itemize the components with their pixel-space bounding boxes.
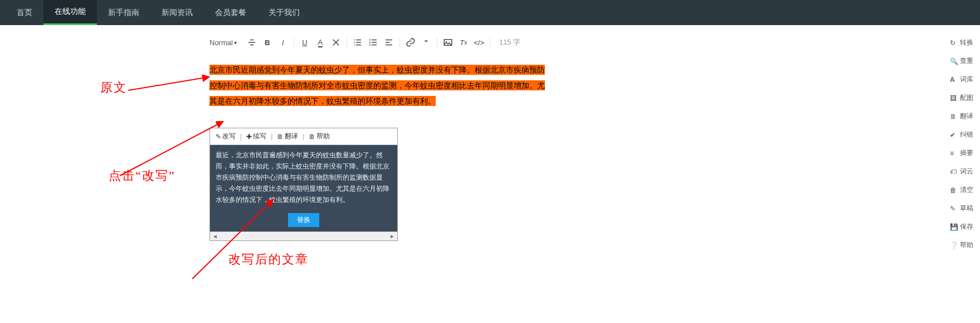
- plus-icon: ✚: [246, 133, 252, 141]
- font-icon: A: [950, 76, 958, 84]
- nav-online-features[interactable]: 在线功能: [43, 0, 97, 25]
- style-select-label: Normal: [209, 38, 233, 47]
- popup-help-label: 帮助: [316, 132, 330, 141]
- caret-icon: ▾: [234, 40, 237, 46]
- top-nav: 首页 在线功能 新手指南 新闻资讯 会员套餐 关于我们: [0, 0, 980, 25]
- help-icon: 🗎: [309, 133, 315, 141]
- nav-news[interactable]: 新闻资讯: [150, 0, 204, 25]
- popup-continue-label: 续写: [253, 132, 266, 141]
- sidebar-item-wordcloud[interactable]: 🏷词云: [947, 166, 980, 177]
- sidebar-item-save[interactable]: 💾保存: [947, 221, 980, 233]
- sidebar-label: 查重: [960, 56, 973, 66]
- sidebar-item-clear[interactable]: 🗑清空: [947, 184, 980, 196]
- clear-format-icon[interactable]: [331, 37, 341, 47]
- font-color-icon[interactable]: A: [315, 37, 325, 47]
- check-icon: ✔: [950, 131, 958, 139]
- italic-icon[interactable]: I: [278, 37, 288, 47]
- sidebar-label: 配图: [960, 93, 973, 103]
- question-icon: ❔: [950, 242, 958, 249]
- sidebar-label: 清空: [960, 185, 973, 195]
- svg-point-0: [369, 39, 370, 40]
- sidebar-label: 翻译: [960, 112, 973, 121]
- nav-home[interactable]: 首页: [6, 0, 43, 25]
- code-icon[interactable]: </>: [474, 37, 484, 47]
- sidebar-label: 纠错: [960, 130, 973, 139]
- svg-line-6: [120, 122, 223, 176]
- sidebar-item-help[interactable]: ❔帮助: [947, 239, 980, 251]
- unordered-list-icon[interactable]: [368, 37, 378, 47]
- sidebar-item-image[interactable]: 🖼配图: [947, 92, 980, 104]
- annotation-original: 原文: [100, 79, 127, 96]
- style-select[interactable]: Normal ▾: [209, 38, 237, 47]
- separator: [490, 38, 490, 47]
- convert-icon: ↻: [950, 39, 958, 47]
- nav-guide[interactable]: 新手指南: [97, 0, 150, 25]
- sidebar-label: 草稿: [960, 204, 973, 213]
- sidebar-label: 摘要: [960, 148, 973, 158]
- image-icon[interactable]: [443, 37, 453, 47]
- quote-icon[interactable]: ": [421, 37, 431, 47]
- original-text-block[interactable]: 北京市民近期感觉到今年夏天的蚊虫少了，但事实上，蚊虫密度并没有下降。根据北京市疾…: [209, 62, 547, 109]
- popup-translate-button[interactable]: 🗎 翻译: [275, 131, 300, 142]
- scroll-right-icon[interactable]: ►: [389, 233, 395, 239]
- separator: |: [271, 133, 272, 141]
- link-icon[interactable]: [406, 37, 416, 47]
- arrow-2: [117, 117, 228, 179]
- draft-icon: ✎: [950, 205, 958, 213]
- popup-continue-button[interactable]: ✚ 续写: [244, 131, 269, 142]
- picture-icon: 🖼: [950, 94, 958, 102]
- clear-icon[interactable]: Tx: [459, 37, 469, 47]
- separator: [347, 38, 347, 47]
- popup-help-button[interactable]: 🗎 帮助: [306, 131, 332, 142]
- bold-icon[interactable]: B: [262, 37, 272, 47]
- sidebar-label: 保存: [960, 222, 973, 232]
- sidebar-item-summary[interactable]: ≡摘要: [947, 147, 980, 159]
- save-icon: 💾: [950, 223, 958, 231]
- search-icon: 🔍: [950, 57, 958, 65]
- arrow-3: [189, 195, 279, 285]
- popup-toolbar: ✎ 改写 | ✚ 续写 | 🗎 翻译 | 🗎 帮助: [210, 128, 397, 145]
- sidebar-item-translate[interactable]: 🗎翻译: [947, 110, 980, 122]
- separator: [437, 38, 437, 47]
- separator: [399, 38, 400, 47]
- sidebar-item-checkdup[interactable]: 🔍查重: [947, 55, 980, 67]
- sidebar-label: 词库: [960, 75, 973, 84]
- sidebar-item-thesaurus[interactable]: A词库: [947, 74, 980, 85]
- ordered-list-icon[interactable]: [353, 37, 363, 47]
- lines-icon: ≡: [950, 150, 958, 157]
- nav-membership[interactable]: 会员套餐: [204, 0, 257, 25]
- replace-button[interactable]: 替换: [288, 213, 319, 227]
- sidebar-item-draft[interactable]: ✎草稿: [947, 203, 980, 214]
- separator: |: [240, 133, 242, 141]
- editor-toolbar: Normal ▾ B I U A " Tx </> 115 字: [209, 35, 549, 50]
- svg-point-2: [369, 44, 370, 45]
- right-sidebar: ↻转换 🔍查重 A词库 🖼配图 🗎翻译 ✔纠错 ≡摘要 🏷词云 🗑清空 ✎草稿 …: [947, 33, 980, 254]
- popup-translate-label: 翻译: [285, 132, 298, 141]
- word-count-label: 115 字: [499, 37, 520, 47]
- sidebar-item-correct[interactable]: ✔纠错: [947, 129, 980, 141]
- sidebar-label: 词云: [960, 167, 973, 176]
- separator: [294, 38, 294, 47]
- separator: |: [303, 133, 304, 141]
- svg-line-7: [192, 200, 273, 279]
- arrow-1: [125, 73, 214, 95]
- strikethrough-icon[interactable]: [247, 37, 257, 47]
- underline-icon[interactable]: U: [300, 37, 310, 47]
- translate-icon: 🗎: [950, 113, 958, 120]
- sidebar-item-convert[interactable]: ↻转换: [947, 37, 980, 49]
- original-text: 北京市民近期感觉到今年夏天的蚊虫少了，但事实上，蚊虫密度并没有下降。根据北京市疾…: [209, 65, 545, 106]
- trash-icon: 🗑: [950, 186, 958, 194]
- sidebar-label: 帮助: [960, 240, 973, 250]
- translate-icon: 🗎: [277, 133, 284, 141]
- sidebar-label: 转换: [960, 38, 973, 47]
- tag-icon: 🏷: [950, 168, 958, 176]
- svg-point-1: [369, 42, 370, 43]
- nav-about[interactable]: 关于我们: [257, 0, 311, 25]
- svg-line-5: [128, 77, 209, 90]
- align-icon[interactable]: [384, 37, 394, 47]
